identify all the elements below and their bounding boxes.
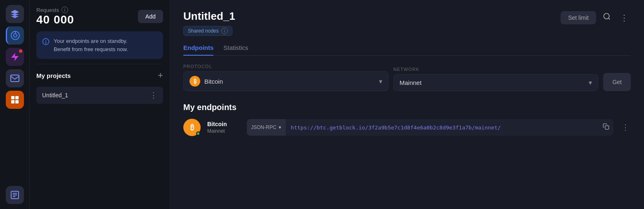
endpoint-row: ₿ Bitcoin Mainnet JSON-RPC ▾ https://btc… (183, 119, 631, 136)
link-icon (603, 12, 611, 21)
requests-label-row: Requests i (36, 7, 74, 13)
project-name: Untitled_1 (42, 92, 68, 99)
add-project-button[interactable]: + (158, 71, 163, 80)
bitcoin-protocol-icon: ₿ (189, 76, 200, 87)
badge-label: Shared nodes (188, 28, 219, 34)
my-projects-header: My projects + (36, 69, 163, 82)
sidebar-icon-dashboard[interactable] (6, 26, 24, 45)
svg-point-15 (604, 14, 609, 19)
badge-info-icon[interactable]: i (221, 28, 228, 34)
my-projects-label: My projects (36, 72, 71, 79)
project-more-button[interactable]: ⋮ (150, 91, 157, 100)
rpc-type-badge[interactable]: JSON-RPC ▾ (247, 119, 286, 136)
endpoint-url: https://btc.getblock.io/3f2a9b5e7c1d8f4e… (286, 124, 599, 131)
info-box-icon (42, 38, 50, 47)
rpc-type-label: JSON-RPC (251, 124, 276, 130)
protocol-value: Bitcoin (204, 78, 223, 85)
link-icon-button[interactable] (600, 10, 613, 25)
dashboard-icon (10, 31, 20, 40)
svg-rect-5 (15, 96, 19, 99)
more-options-button[interactable]: ⋮ (618, 10, 631, 25)
sidebar-icon-mail[interactable] (6, 69, 24, 87)
notification-badge (19, 49, 22, 53)
copy-icon (603, 123, 609, 130)
protocol-selector-group: PROTOCOL ₿ Bitcoin ▾ (183, 64, 388, 91)
sidebar-icon-lightning[interactable] (6, 48, 24, 66)
tab-endpoints[interactable]: Endpoints (183, 44, 213, 55)
main-header: Untitled_1 Shared nodes i Set limit ⋮ (183, 10, 631, 41)
svg-rect-7 (15, 100, 19, 103)
tabs-row: Endpoints Statistics (183, 44, 631, 56)
endpoints-section-title: My endpoints (183, 103, 631, 112)
header-left: Untitled_1 Shared nodes i (183, 10, 235, 41)
cube-icon (10, 9, 20, 19)
svg-point-14 (45, 42, 46, 43)
requests-count: 40 000 (36, 13, 74, 26)
network-value: Mainnet (400, 79, 421, 86)
endpoint-status-dot (196, 132, 200, 136)
lightning-icon (10, 52, 20, 62)
info-box-text: Your endpoints are on standby. Benefit f… (54, 37, 128, 53)
left-panel: Requests i 40 000 Add Your endpoints are… (30, 0, 170, 209)
network-chevron-icon: ▾ (589, 79, 592, 87)
endpoint-more-button[interactable]: ⋮ (620, 123, 631, 132)
endpoint-bitcoin-icon: ₿ (183, 119, 201, 136)
page-title: Untitled_1 (183, 10, 235, 23)
header-actions: Set limit ⋮ (561, 10, 631, 25)
set-limit-button[interactable]: Set limit (561, 11, 596, 24)
requests-info-icon[interactable]: i (62, 7, 68, 13)
box-icon (10, 95, 20, 105)
get-button[interactable]: Get (603, 73, 631, 91)
protocol-dropdown[interactable]: ₿ Bitcoin ▾ (183, 71, 388, 91)
protocol-dropdown-left: ₿ Bitcoin (189, 76, 223, 87)
sidebar-icon-documents[interactable] (6, 186, 24, 204)
protocol-chevron-icon: ▾ (379, 77, 382, 85)
sidebar-icons-column (0, 0, 30, 209)
main-content: Untitled_1 Shared nodes i Set limit ⋮ En… (170, 0, 644, 209)
endpoint-url-row: JSON-RPC ▾ https://btc.getblock.io/3f2a9… (247, 119, 613, 136)
divider-1 (36, 64, 163, 64)
svg-line-16 (608, 18, 610, 20)
protocol-label: PROTOCOL (183, 64, 388, 69)
svg-rect-4 (11, 96, 14, 99)
svg-rect-3 (11, 75, 19, 82)
network-dropdown[interactable]: Mainnet ▾ (393, 74, 599, 91)
info-box-line1: Your endpoints are on standby. (54, 37, 128, 45)
endpoint-name: Bitcoin (207, 121, 240, 127)
rpc-chevron-icon: ▾ (279, 124, 281, 130)
endpoints-section: My endpoints ₿ Bitcoin Mainnet JSON-RPC … (183, 103, 631, 136)
info-box-line2: Benefit from free requests now. (54, 45, 128, 54)
svg-rect-17 (605, 126, 609, 129)
network-selector-group: NETWORK Mainnet ▾ (393, 67, 599, 91)
requests-label: Requests (36, 7, 59, 13)
project-item[interactable]: Untitled_1 ⋮ (36, 87, 163, 104)
sidebar-icon-app[interactable] (6, 5, 24, 23)
add-button[interactable]: Add (138, 10, 163, 23)
network-dropdown-left: Mainnet (400, 79, 421, 86)
svg-point-1 (14, 34, 17, 37)
info-box: Your endpoints are on standby. Benefit f… (36, 31, 163, 59)
documents-icon (10, 190, 20, 200)
copy-url-button[interactable] (599, 123, 613, 132)
requests-header: Requests i 40 000 Add (36, 7, 163, 26)
tab-statistics[interactable]: Statistics (223, 44, 248, 55)
endpoint-network: Mainnet (207, 128, 240, 134)
shared-nodes-badge: Shared nodes i (183, 26, 232, 36)
mail-icon (10, 73, 20, 83)
selectors-row: PROTOCOL ₿ Bitcoin ▾ NETWORK Mainnet ▾ G… (183, 64, 631, 91)
network-label: NETWORK (393, 67, 599, 72)
sidebar-icon-box[interactable] (6, 91, 24, 109)
endpoint-info: Bitcoin Mainnet (207, 121, 240, 134)
svg-rect-6 (11, 100, 14, 103)
